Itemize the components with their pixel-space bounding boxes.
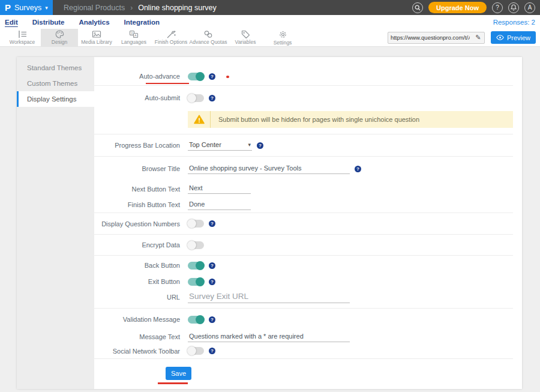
sidebar-item-display-settings[interactable]: Display Settings (17, 91, 94, 107)
toolbar-workspace[interactable]: Workspace (4, 29, 41, 46)
preview-label: Preview (507, 34, 530, 41)
magic-wand-icon (166, 30, 176, 38)
next-button-text-input[interactable] (188, 184, 251, 194)
toolbar-settings[interactable]: Settings (264, 29, 301, 46)
exit-button-row: Exit Button ? (94, 275, 513, 288)
finish-button-text-label: Finish Button Text (94, 201, 180, 208)
toolbar-design[interactable]: Design (41, 29, 78, 46)
toggle-knob (187, 94, 196, 103)
social-network-toolbar-toggle[interactable] (188, 347, 204, 355)
page-background: Standard Themes Custom Themes Display Se… (0, 47, 540, 392)
breadcrumb-chevron-icon: › (130, 4, 133, 12)
survey-url-box: ✎ (388, 32, 485, 44)
progress-bar-location-select[interactable]: Top Center ▾ (188, 140, 252, 151)
surveys-menu[interactable]: P Surveys ▾ (0, 0, 53, 15)
back-button-toggle[interactable] (188, 262, 204, 270)
preview-button[interactable]: Preview (491, 31, 536, 44)
survey-url-input[interactable] (388, 34, 472, 41)
back-button-label: Back Button (94, 262, 180, 269)
notifications-bell-icon[interactable] (508, 2, 519, 13)
warning-triangle-icon (188, 115, 210, 124)
avatar[interactable]: A (524, 2, 535, 13)
red-underline-annotation (146, 83, 189, 84)
encrypt-data-toggle[interactable] (188, 241, 204, 249)
next-button-text-label: Next Button Text (94, 185, 180, 193)
tab-analytics[interactable]: Analytics (79, 19, 109, 26)
encrypt-data-label: Encrypt Data (94, 241, 180, 249)
image-icon (92, 30, 101, 38)
exit-url-row: URL (94, 288, 513, 306)
translate-icon: 文A (129, 30, 139, 38)
auto-submit-toggle[interactable] (188, 94, 204, 102)
toolbar-variables[interactable]: Variables (227, 29, 264, 46)
upgrade-now-button[interactable]: Upgrade Now (428, 2, 487, 13)
display-question-numbers-row: Display Question Numbers ? (94, 213, 513, 235)
palette-icon (55, 30, 64, 38)
save-row: Save (94, 359, 513, 380)
responses-count[interactable]: Responses: 2 (493, 19, 535, 26)
search-icon[interactable] (412, 2, 423, 13)
browser-title-help-icon[interactable]: ? (355, 166, 361, 172)
exit-url-input[interactable] (188, 291, 350, 303)
toggle-knob (187, 346, 196, 355)
help-icon[interactable]: ? (492, 2, 503, 13)
finish-button-text-input[interactable] (188, 200, 251, 210)
auto-submit-row: Auto-submit ? (94, 86, 513, 110)
browser-title-input[interactable] (188, 164, 350, 174)
tab-edit[interactable]: Edit (5, 19, 18, 26)
message-text-input[interactable] (188, 332, 350, 342)
surveys-menu-label: Surveys (14, 4, 41, 12)
chevron-down-icon: ▾ (45, 5, 48, 11)
red-underline-annotation (158, 382, 188, 384)
encrypt-data-row: Encrypt Data (94, 235, 513, 256)
design-toolbar: Workspace Design Media Library 文A Langua… (0, 29, 540, 47)
auto-submit-label: Auto-submit (94, 94, 180, 101)
sidebar-item-standard-themes[interactable]: Standard Themes (17, 60, 94, 76)
display-question-numbers-label: Display Question Numbers (94, 220, 180, 228)
toggle-knob (196, 261, 205, 270)
display-question-numbers-help-icon[interactable]: ? (209, 220, 215, 227)
chevron-down-icon: ▾ (248, 142, 251, 148)
topbar-actions: Upgrade Now ? A (412, 0, 540, 15)
topbar: P Surveys ▾ Regional Products › Online s… (0, 0, 540, 15)
save-button[interactable]: Save (166, 367, 191, 380)
breadcrumb: Regional Products › Online shopping surv… (53, 0, 217, 15)
toolbar-label: Languages (121, 39, 146, 45)
toggle-knob (196, 72, 205, 81)
toolbar-label: Media Library (81, 39, 112, 45)
toolbar-label: Settings (274, 40, 292, 46)
social-network-toolbar-help-icon[interactable]: ? (209, 348, 215, 354)
social-network-toolbar-row: Social Network Toolbar ? (94, 343, 513, 359)
auto-submit-help-icon[interactable]: ? (209, 95, 215, 101)
toolbar-finish-options[interactable]: Finish Options (152, 29, 190, 46)
toolbar-languages[interactable]: 文A Languages (115, 29, 152, 46)
browser-title-label: Browser Title (94, 165, 180, 172)
breadcrumb-parent[interactable]: Regional Products (64, 4, 125, 12)
questionpro-logo-icon: P (5, 3, 11, 12)
breadcrumb-current: Online shopping survey (138, 4, 217, 12)
tab-distribute[interactable]: Distribute (32, 19, 65, 26)
nav-tabs: Edit Distribute Analytics Integration (5, 19, 160, 26)
exit-button-toggle[interactable] (188, 278, 204, 286)
message-text-row: Message Text (94, 330, 513, 343)
auto-advance-toggle[interactable] (188, 73, 204, 80)
sidebar-item-custom-themes[interactable]: Custom Themes (17, 76, 94, 91)
display-question-numbers-toggle[interactable] (188, 220, 204, 228)
validation-message-label: Validation Message (94, 316, 180, 323)
auto-advance-help-icon[interactable]: ? (209, 73, 215, 80)
toggle-knob (187, 241, 196, 250)
progress-bar-help-icon[interactable]: ? (257, 142, 263, 149)
progress-bar-location-row: Progress Bar Location Top Center ▾ ? (94, 134, 513, 157)
validation-message-toggle[interactable] (188, 316, 204, 324)
toolbar-label: Advance Quotas (190, 39, 227, 45)
toolbar-advance-quotas[interactable]: Advance Quotas (190, 29, 227, 46)
message-text-label: Message Text (94, 333, 180, 340)
tab-integration[interactable]: Integration (124, 19, 160, 26)
toolbar-media-library[interactable]: Media Library (78, 29, 115, 46)
edit-url-pencil-icon[interactable]: ✎ (472, 34, 484, 41)
back-button-help-icon[interactable]: ? (209, 262, 215, 269)
toolbar-label: Workspace (10, 39, 35, 45)
exit-button-help-icon[interactable]: ? (209, 279, 215, 285)
validation-message-help-icon[interactable]: ? (209, 316, 215, 323)
finish-button-text-row: Finish Button Text (94, 197, 513, 213)
